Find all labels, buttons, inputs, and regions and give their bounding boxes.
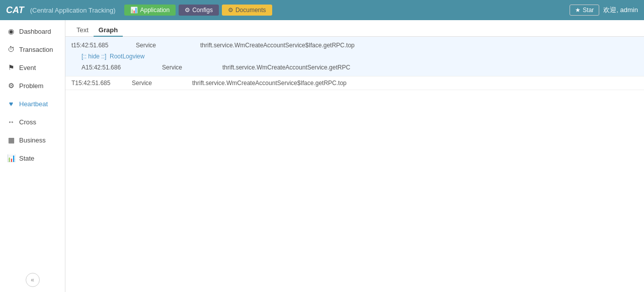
nav-configs-button[interactable]: ⚙ Configs xyxy=(179,5,219,16)
hide-link[interactable]: [:: hide ::] xyxy=(82,53,106,60)
log-inner-type-1: Service xyxy=(162,64,222,71)
sidebar-item-business[interactable]: ▦ Business xyxy=(0,131,65,149)
sidebar-item-state[interactable]: 📊 State xyxy=(0,149,65,167)
heartbeat-icon: ♥ xyxy=(7,100,15,108)
log-service-1: thrift.service.WmCreateAccountService$If… xyxy=(200,42,355,49)
sidebar: ◉ Dashboard ⏱ Transaction ⚑ Event ⚙ Prob… xyxy=(0,20,65,292)
layout: ◉ Dashboard ⏱ Transaction ⚑ Event ⚙ Prob… xyxy=(0,20,644,292)
sidebar-collapse-button[interactable]: « xyxy=(26,273,40,287)
application-icon: 📊 xyxy=(130,7,138,14)
log-content: t15:42:51.685 Service thrift.service.WmC… xyxy=(65,37,644,90)
sidebar-item-dashboard[interactable]: ◉ Dashboard xyxy=(0,22,65,40)
log-time-2: T15:42:51.685 xyxy=(71,80,132,87)
state-icon: 📊 xyxy=(7,154,15,162)
log-type-1: Service xyxy=(136,42,196,49)
app-logo: CAT xyxy=(6,5,24,16)
main-content: Text Graph t15:42:51.685 Service thrift.… xyxy=(65,20,644,292)
star-icon: ★ xyxy=(575,7,581,14)
tab-graph[interactable]: Graph xyxy=(94,24,123,37)
tab-text[interactable]: Text xyxy=(71,24,94,37)
log-inner-service-1: thrift.service.WmCreateAccountService.ge… xyxy=(222,64,350,71)
header-nav: 📊 Application ⚙ Configs ⚙ Documents xyxy=(124,5,272,16)
dashboard-icon: ◉ xyxy=(7,27,15,35)
star-button[interactable]: ★ Star xyxy=(570,5,599,16)
sidebar-item-problem[interactable]: ⚙ Problem xyxy=(0,77,65,95)
nav-documents-button[interactable]: ⚙ Documents xyxy=(222,5,272,16)
log-time-1: t15:42:51.685 xyxy=(71,42,132,49)
user-info: 欢迎, admin xyxy=(603,6,638,15)
event-icon: ⚑ xyxy=(7,63,15,71)
log-type-2: Service xyxy=(132,80,192,87)
header: CAT (Central Application Tracking) 📊 App… xyxy=(0,0,644,20)
log-service-2: thrift.service.WmCreateAccountService$If… xyxy=(192,80,347,87)
app-subtitle: (Central Application Tracking) xyxy=(30,7,116,14)
sidebar-item-event[interactable]: ⚑ Event xyxy=(0,58,65,77)
configs-icon: ⚙ xyxy=(185,7,190,14)
documents-icon: ⚙ xyxy=(228,7,233,14)
log-row-2: T15:42:51.685 Service thrift.service.WmC… xyxy=(65,77,644,90)
tabs-bar: Text Graph xyxy=(65,20,644,37)
log-inner-data-row-1: A15:42:51.686 Service thrift.service.WmC… xyxy=(71,62,638,73)
problem-icon: ⚙ xyxy=(7,82,15,90)
sidebar-item-heartbeat[interactable]: ♥ Heartbeat xyxy=(0,95,65,113)
cross-icon: ↔ xyxy=(7,118,15,126)
collapse-icon: « xyxy=(31,276,34,283)
nav-application-button[interactable]: 📊 Application xyxy=(124,5,176,16)
log-row-1: t15:42:51.685 Service thrift.service.WmC… xyxy=(65,37,644,77)
log-inner-row-1: [:: hide ::] RootLogview xyxy=(71,51,638,62)
log-expand-row-1: t15:42:51.685 Service thrift.service.WmC… xyxy=(71,40,638,51)
sidebar-item-transaction[interactable]: ⏱ Transaction xyxy=(0,40,65,58)
log-inner-time-1: A15:42:51.686 xyxy=(82,64,162,71)
business-icon: ▦ xyxy=(7,136,15,144)
header-right: ★ Star 欢迎, admin xyxy=(570,5,638,16)
sidebar-item-cross[interactable]: ↔ Cross xyxy=(0,113,65,131)
transaction-icon: ⏱ xyxy=(7,45,15,53)
root-logview-link[interactable]: RootLogview xyxy=(110,53,144,60)
